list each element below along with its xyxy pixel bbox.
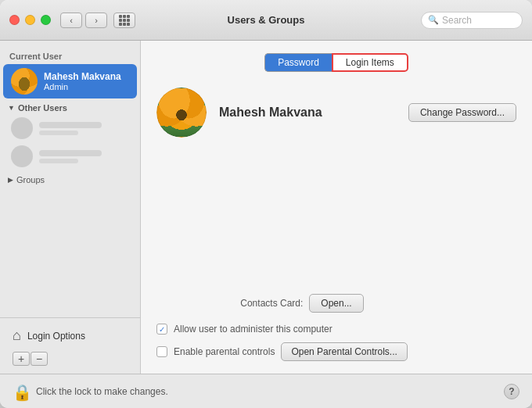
other-user-1[interactable] [3,114,137,142]
current-user-label: Current User [0,47,140,64]
allow-admin-label: Allow user to administer this computer [174,324,332,335]
window: ‹ › Users & Groups 🔍 Search Current User [0,0,532,408]
other-user-role-2 [39,159,78,163]
other-user-name-1 [39,122,102,128]
remove-user-button[interactable]: − [31,352,48,366]
grid-button[interactable] [113,13,135,28]
other-users-label: ▼ Other Users [0,98,140,114]
back-button[interactable]: ‹ [60,13,82,28]
search-placeholder: Search [442,15,472,26]
other-avatar-2 [11,145,33,167]
add-user-button[interactable]: + [13,352,30,366]
other-user-info-1 [39,122,102,135]
forward-button[interactable]: › [85,13,107,28]
contacts-card-label: Contacts Card: [156,298,303,309]
avatar [11,68,38,95]
open-parental-button[interactable]: Open Parental Controls... [281,342,407,361]
user-name: Mahesh Makvana [44,71,121,82]
titlebar: ‹ › Users & Groups 🔍 Search [0,0,532,41]
search-bar[interactable]: 🔍 Search [421,12,523,29]
lock-icon[interactable]: 🔒 [13,383,30,400]
sidebar-buttons: + − [6,349,134,369]
enable-parental-checkbox[interactable] [156,346,167,357]
user-info: Mahesh Makvana Admin [44,71,121,91]
user-avatar-large [156,88,207,138]
groups-section[interactable]: ▶ Groups [0,170,140,189]
minimize-button[interactable] [25,15,35,25]
user-photo [156,88,207,138]
open-contacts-button[interactable]: Open... [309,294,363,313]
groups-label: Groups [16,175,45,184]
login-options-label: Login Options [27,331,85,342]
tab-password[interactable]: Password [264,53,332,72]
sidebar-bottom: ⌂ Login Options + − [0,317,140,374]
login-options[interactable]: ⌂ Login Options [6,323,134,349]
allow-admin-row: Allow user to administer this computer [156,322,516,336]
window-title: Users & Groups [228,14,305,26]
status-bar: 🔒 Click the lock to make changes. ? [0,374,532,408]
sidebar-content: Current User Mahesh Makvana Admin ▼ Othe… [0,41,140,317]
other-user-name-2 [39,150,102,156]
fullscreen-button[interactable] [41,15,51,25]
other-user-2[interactable] [3,142,137,170]
parental-row: Enable parental controls Open Parental C… [156,342,516,361]
triangle-icon-groups: ▶ [8,176,13,184]
other-user-role-1 [39,131,78,135]
user-name-large: Mahesh Makvana [219,106,322,120]
change-password-button[interactable]: Change Password... [408,103,516,122]
tab-login-items[interactable]: Login Items [332,53,408,72]
enable-parental-label: Enable parental controls [174,346,275,357]
search-icon: 🔍 [428,15,439,25]
nav-buttons: ‹ › [60,13,107,28]
house-icon: ⌂ [13,327,21,344]
user-role: Admin [44,82,121,91]
lock-text: Click the lock to make changes. [36,386,168,397]
triangle-icon: ▼ [8,104,15,112]
help-button[interactable]: ? [504,384,519,399]
content: Current User Mahesh Makvana Admin ▼ Othe… [0,41,532,374]
user-header: Mahesh Makvana Change Password... [156,88,516,138]
grid-icon [119,15,130,26]
close-button[interactable] [9,15,20,25]
sidebar: Current User Mahesh Makvana Admin ▼ Othe… [0,41,141,374]
segmented-control: Password Login Items [156,53,516,72]
contacts-row: Contacts Card: Open... [156,294,516,313]
traffic-lights [9,15,51,25]
bottom-section: Contacts Card: Open... Allow user to adm… [156,294,516,361]
current-user-item[interactable]: Mahesh Makvana Admin [3,64,137,98]
allow-admin-checkbox[interactable] [156,324,167,335]
main-panel: Password Login Items Mahesh Makvana Chan… [141,41,532,374]
other-avatar-1 [11,117,33,139]
empty-area [156,153,516,294]
other-user-info-2 [39,150,102,163]
